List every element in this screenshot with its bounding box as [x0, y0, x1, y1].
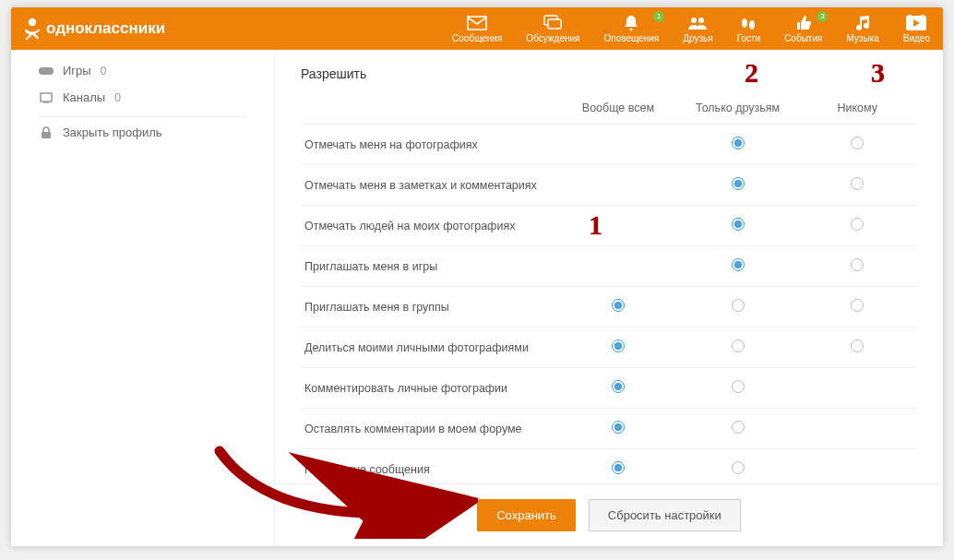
sidebar-item-label: Игры — [63, 64, 91, 77]
nav-friends[interactable]: Друзья — [683, 15, 712, 43]
svg-point-6 — [742, 18, 747, 28]
radio-cell — [678, 287, 798, 328]
radio-cell — [558, 287, 678, 328]
table-row: Отмечать людей на моих фотографиях — [301, 206, 917, 246]
mail-icon — [467, 15, 487, 31]
radio-option[interactable] — [732, 340, 745, 352]
radio-option[interactable] — [851, 177, 864, 190]
nav-label: Обсуждения — [526, 33, 579, 43]
table-row: Оставлять комментарии в моем форуме — [301, 409, 917, 449]
table-row: Приглашать меня в игры — [301, 246, 917, 287]
ok-logo-icon — [24, 17, 41, 41]
radio-option[interactable] — [732, 299, 745, 312]
radio-cell — [797, 328, 917, 368]
radio-cell — [797, 368, 917, 409]
nav-badge: 3 — [817, 11, 828, 22]
nav-label: Сообщения — [452, 33, 502, 43]
nav-label: Гости — [737, 33, 760, 43]
radio-cell — [558, 368, 678, 409]
radio-option[interactable] — [612, 380, 625, 393]
radio-cell — [558, 409, 678, 449]
nav-badge: 1 — [653, 11, 664, 22]
table-header: Вообще всем — [558, 92, 678, 125]
radio-option[interactable] — [732, 137, 745, 149]
radio-option[interactable] — [851, 218, 864, 231]
app-window: одноклассники СообщенияОбсужденияОповеще… — [11, 7, 943, 546]
logo[interactable]: одноклассники — [24, 17, 165, 41]
table-row: Приглашать меня в группы — [301, 287, 917, 328]
radio-option[interactable] — [732, 218, 745, 231]
permission-label: Отмечать людей на моих фотографиях — [301, 206, 558, 246]
svg-point-7 — [749, 20, 755, 30]
radio-option[interactable] — [612, 461, 625, 474]
table-row: Отмечать меня в заметках и комментариях — [301, 165, 917, 206]
radio-option[interactable] — [612, 421, 625, 434]
save-button[interactable]: Сохранить — [477, 499, 576, 531]
gamepad-icon — [39, 66, 54, 77]
radio-option[interactable] — [732, 177, 745, 190]
svg-point-3 — [630, 28, 633, 30]
nav-feet[interactable]: Гости — [737, 15, 760, 43]
bell-icon — [624, 15, 638, 31]
main-content: Разрешить Вообще всемТолько друзьямНиком… — [275, 50, 943, 546]
radio-cell — [678, 368, 798, 409]
radio-option[interactable] — [851, 299, 864, 312]
radio-option[interactable] — [612, 340, 625, 352]
radio-cell — [678, 246, 798, 287]
nav-label: Музыка — [846, 33, 878, 43]
music-icon — [854, 15, 871, 31]
nav-video[interactable]: Видео — [903, 15, 930, 43]
radio-option[interactable] — [612, 299, 625, 312]
footer-bar: Сохранить Сбросить настройки — [275, 483, 943, 546]
nav-chat[interactable]: Обсуждения — [526, 15, 579, 43]
nav-thumb[interactable]: События3 — [784, 15, 822, 43]
radio-cell — [797, 206, 917, 246]
lock-icon — [39, 126, 54, 139]
permission-label: Приглашать меня в игры — [301, 246, 558, 287]
permission-label: Отмечать меня на фотографиях — [301, 125, 558, 165]
permission-label: Приглашать меня в группы — [301, 287, 558, 328]
radio-option[interactable] — [851, 258, 864, 271]
radio-cell — [678, 125, 798, 165]
svg-rect-11 — [39, 67, 54, 75]
radio-option[interactable] — [732, 380, 745, 393]
radio-cell — [678, 328, 798, 368]
sidebar-item-count: 0 — [114, 91, 121, 104]
table-row: Комментировать личные фотографии — [301, 368, 917, 409]
svg-rect-13 — [42, 132, 51, 138]
table-header: Никому — [797, 92, 917, 125]
table-header-row: Вообще всемТолько друзьямНикому — [301, 92, 917, 125]
nav-mail[interactable]: Сообщения — [452, 15, 502, 43]
nav-bell[interactable]: Оповещения1 — [603, 15, 659, 43]
sidebar-item-gamepad[interactable]: Игры0 — [11, 57, 274, 84]
table-header: Только друзьям — [678, 92, 798, 125]
radio-cell — [797, 287, 917, 328]
sidebar: Игры0Каналы0Закрыть профиль — [11, 50, 275, 546]
sidebar-item-label: Каналы — [63, 90, 105, 104]
radio-cell — [558, 246, 678, 287]
section-title: Разрешить — [301, 66, 917, 81]
svg-rect-12 — [41, 93, 52, 101]
sidebar-item-label: Закрыть профиль — [63, 125, 162, 139]
radio-option[interactable] — [732, 461, 745, 474]
radio-option[interactable] — [851, 137, 864, 149]
chat-icon — [543, 15, 562, 31]
permission-label: Оставлять комментарии в моем форуме — [301, 409, 558, 449]
sidebar-divider — [39, 116, 246, 117]
radio-cell — [558, 328, 678, 368]
sidebar-item-tv[interactable]: Каналы0 — [11, 84, 274, 111]
permission-label: Делиться моими личными фотографиями — [301, 328, 558, 368]
radio-cell — [797, 125, 917, 165]
sidebar-item-lock-profile[interactable]: Закрыть профиль — [11, 119, 274, 146]
svg-point-5 — [698, 18, 704, 23]
svg-rect-2 — [548, 19, 561, 29]
radio-cell — [558, 165, 678, 206]
reset-button[interactable]: Сбросить настройки — [589, 499, 741, 531]
nav-label: Друзья — [683, 33, 712, 43]
radio-option[interactable] — [851, 340, 864, 352]
nav-label: События — [784, 33, 822, 43]
nav-label: Видео — [903, 33, 930, 43]
nav-music[interactable]: Музыка — [846, 15, 878, 43]
radio-option[interactable] — [732, 421, 745, 434]
radio-option[interactable] — [732, 258, 745, 271]
